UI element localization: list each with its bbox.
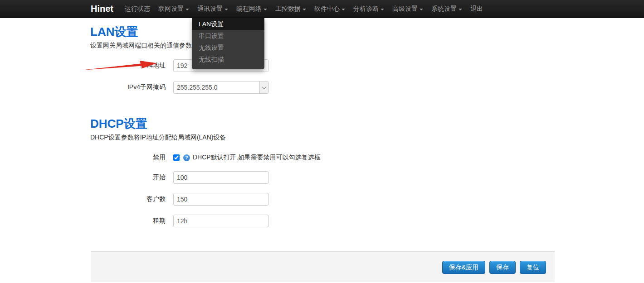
lan-section-title: LAN设置	[90, 26, 192, 38]
brand-logo[interactable]: Hinet	[91, 4, 115, 14]
save-and-apply-button[interactable]: 保存&应用	[442, 261, 485, 274]
dhcp-help-text: DHCP默认打开,如果需要禁用可以勾选复选框	[193, 153, 321, 162]
dhcp-section-header: DHCP设置 DHCP设置参数将IP地址分配给局域网(LAN)设备	[90, 118, 226, 142]
nav-item-label: 软件中心	[314, 5, 340, 13]
nav-list: 运行状态 联网设置 通讯设置 编程网络 工控数据 软件中心	[121, 0, 487, 18]
dhcp-start-row: 开始	[91, 171, 321, 184]
dhcp-lease-input[interactable]	[173, 215, 269, 227]
ipv4-netmask-label: IPv4子网掩码	[91, 83, 173, 91]
select-arrow-button	[259, 82, 268, 93]
nav-item-programming-network[interactable]: 编程网络	[232, 0, 271, 18]
dhcp-clients-row: 客户数	[91, 193, 321, 206]
dhcp-disable-label: 禁用	[91, 153, 173, 162]
nav-item-label: 工控数据	[275, 5, 301, 13]
dhcp-disable-row: 禁用 ? DHCP默认打开,如果需要禁用可以勾选复选框	[91, 151, 321, 164]
caret-down-icon	[185, 9, 189, 10]
nav-item-industrial-data[interactable]: 工控数据	[271, 0, 310, 18]
nav-item-label: 运行状态	[125, 5, 150, 13]
footer-action-bar: 保存&应用 保存 复位	[91, 251, 555, 282]
chevron-down-icon	[262, 85, 267, 89]
dhcp-form: 禁用 ? DHCP默认打开,如果需要禁用可以勾选复选框 开始 客户数 租期	[91, 151, 321, 236]
nav-item-run-status[interactable]: 运行状态	[121, 0, 154, 18]
page: Hinet 运行状态 联网设置 通讯设置 编程网络 工控数据 软件中	[0, 0, 644, 283]
caret-down-icon	[302, 9, 306, 10]
comm-settings-dropdown: LAN设置 串口设置 无线设置 无线扫描	[192, 18, 264, 69]
dropdown-item-serial-settings[interactable]: 串口设置	[192, 30, 264, 42]
nav-item-label: 编程网络	[236, 5, 262, 13]
nav-item-network-settings[interactable]: 联网设置	[154, 0, 193, 18]
caret-down-icon	[263, 9, 267, 10]
ipv4-netmask-row: IPv4子网掩码 255.255.255.0	[91, 81, 269, 94]
dhcp-start-label: 开始	[91, 173, 173, 182]
nav-item-system-settings[interactable]: 系统设置	[427, 0, 466, 18]
save-button[interactable]: 保存	[489, 261, 516, 274]
nav-item-analysis-diagnosis[interactable]: 分析诊断	[349, 0, 388, 18]
nav-item-comm-settings[interactable]: 通讯设置	[193, 0, 232, 18]
ipv4-netmask-value: 255.255.255.0	[174, 84, 259, 91]
question-mark-circle-icon[interactable]: ?	[183, 154, 190, 161]
caret-down-icon	[381, 9, 384, 10]
lan-section-subtitle: 设置网关局域网端口相关的通信参数	[90, 42, 192, 50]
dhcp-lease-row: 租期	[91, 215, 321, 227]
dhcp-clients-input[interactable]	[173, 193, 269, 206]
dropdown-item-lan-settings[interactable]: LAN设置	[192, 18, 264, 30]
ipv4-address-label: IPv4地址	[91, 62, 173, 70]
nav-item-label: 退出	[470, 5, 483, 13]
dropdown-item-wireless-scan[interactable]: 无线扫描	[192, 53, 264, 65]
dhcp-section-title: DHCP设置	[90, 118, 226, 130]
nav-item-label: 通讯设置	[197, 5, 223, 13]
dropdown-item-wireless-settings[interactable]: 无线设置	[192, 42, 264, 53]
nav-item-advanced-settings[interactable]: 高级设置	[388, 0, 427, 18]
nav-item-label: 分析诊断	[353, 5, 379, 13]
nav-item-label: 高级设置	[392, 5, 418, 13]
nav-item-label: 联网设置	[158, 5, 184, 13]
caret-down-icon	[420, 9, 423, 10]
dhcp-lease-label: 租期	[91, 217, 173, 225]
caret-down-icon	[342, 9, 345, 10]
dhcp-start-input[interactable]	[173, 171, 269, 184]
lan-section-header: LAN设置 设置网关局域网端口相关的通信参数	[90, 26, 192, 50]
nav-item-logout[interactable]: 退出	[466, 0, 487, 18]
caret-down-icon	[224, 9, 228, 10]
dhcp-clients-label: 客户数	[91, 195, 173, 203]
dhcp-section-subtitle: DHCP设置参数将IP地址分配给局域网(LAN)设备	[90, 134, 226, 142]
reset-button[interactable]: 复位	[520, 261, 546, 274]
dhcp-disable-checkbox[interactable]	[173, 154, 180, 161]
caret-down-icon	[459, 9, 462, 10]
nav-item-software-center[interactable]: 软件中心	[310, 0, 349, 18]
ipv4-netmask-select[interactable]: 255.255.255.0	[173, 81, 269, 94]
navbar: Hinet 运行状态 联网设置 通讯设置 编程网络 工控数据 软件中	[0, 0, 644, 18]
nav-item-label: 系统设置	[431, 5, 457, 13]
